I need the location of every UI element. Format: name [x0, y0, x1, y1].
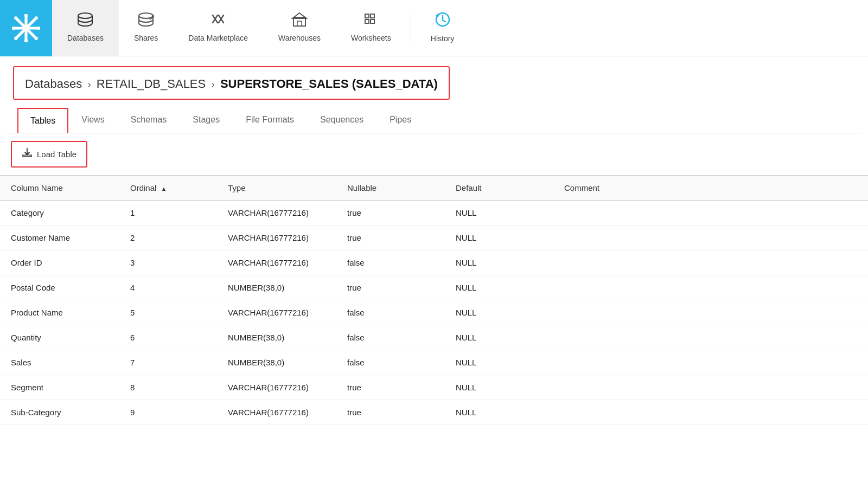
cell-row5-col2: NUMBER(38,0) [217, 325, 336, 350]
cell-row7-col3: true [336, 375, 445, 400]
svg-point-12 [14, 36, 17, 40]
breadcrumb: Databases › RETAIL_DB_SALES › SUPERSTORE… [13, 66, 450, 100]
nav-item-databases[interactable]: Databases [52, 0, 119, 56]
databases-icon [77, 12, 93, 29]
cell-row6-col0: Sales [0, 350, 119, 375]
nav-shares-label: Shares [134, 34, 158, 42]
cell-row2-col0: Order ID [0, 250, 119, 275]
tab-stages[interactable]: Stages [180, 107, 233, 133]
cell-row1-col3: true [336, 226, 445, 250]
cell-row5-col5 [553, 325, 868, 350]
table-row: Segment8VARCHAR(16777216)trueNULL [0, 375, 868, 400]
shares-icon [138, 12, 154, 29]
cell-row8-col1: 9 [119, 400, 217, 425]
cell-row7-col0: Segment [0, 375, 119, 400]
tab-sequences[interactable]: Sequences [307, 107, 376, 133]
cell-row0-col2: VARCHAR(16777216) [217, 201, 336, 226]
tab-tables[interactable]: Tables [17, 108, 68, 133]
cell-row2-col4: NULL [445, 250, 553, 275]
cell-row1-col1: 2 [119, 226, 217, 250]
cell-row0-col0: Category [0, 201, 119, 226]
cell-row2-col2: VARCHAR(16777216) [217, 250, 336, 275]
cell-row5-col0: Quantity [0, 325, 119, 350]
cell-row4-col4: NULL [445, 300, 553, 325]
svg-rect-23 [371, 20, 374, 23]
tab-views[interactable]: Views [68, 107, 117, 133]
load-table-button[interactable]: Load Table [11, 141, 87, 168]
cell-row0-col1: 1 [119, 201, 217, 226]
table-row: Order ID3VARCHAR(16777216)falseNULL [0, 250, 868, 275]
cell-row6-col2: NUMBER(38,0) [217, 350, 336, 375]
breadcrumb-current[interactable]: SUPERSTORE_SALES (SALES_DATA) [220, 77, 438, 91]
cell-row4-col0: Product Name [0, 300, 119, 325]
table-row: Quantity6NUMBER(38,0)falseNULL [0, 325, 868, 350]
cell-row1-col5 [553, 226, 868, 250]
svg-point-10 [35, 36, 38, 40]
cell-row3-col1: 4 [119, 275, 217, 300]
nav-item-shares[interactable]: Shares [119, 0, 173, 56]
ordinal-sort-arrow: ▲ [161, 185, 167, 192]
th-type: Type [217, 176, 336, 201]
table-row: Category1VARCHAR(16777216)trueNULL [0, 201, 868, 226]
cell-row8-col5 [553, 400, 868, 425]
cell-row0-col3: true [336, 201, 445, 226]
nav-databases-label: Databases [67, 34, 104, 42]
tab-file-formats[interactable]: File Formats [233, 107, 307, 133]
tabs-wrapper: Tables Views Schemas Stages File Formats… [0, 107, 868, 133]
table-row: Product Name5VARCHAR(16777216)falseNULL [0, 300, 868, 325]
nav-items: Databases Shares Data Marketplace Wareho… [52, 0, 469, 56]
nav-divider [411, 12, 411, 44]
breadcrumb-sep-1: › [87, 78, 91, 91]
warehouses-icon [291, 12, 308, 29]
cell-row2-col3: false [336, 250, 445, 275]
cell-row5-col4: NULL [445, 325, 553, 350]
tab-schemas[interactable]: Schemas [118, 107, 180, 133]
cell-row5-col3: false [336, 325, 445, 350]
th-nullable: Nullable [336, 176, 445, 201]
tabs-bar: Tables Views Schemas Stages File Formats… [7, 107, 861, 133]
cell-row2-col1: 3 [119, 250, 217, 275]
nav-item-warehouses[interactable]: Warehouses [263, 0, 336, 56]
cell-row0-col4: NULL [445, 201, 553, 226]
svg-rect-22 [365, 20, 369, 23]
cell-row7-col1: 8 [119, 375, 217, 400]
svg-point-9 [14, 16, 17, 20]
cell-row1-col2: VARCHAR(16777216) [217, 226, 336, 250]
cell-row4-col5 [553, 300, 868, 325]
cell-row3-col4: NULL [445, 275, 553, 300]
cell-row1-col0: Customer Name [0, 226, 119, 250]
breadcrumb-databases[interactable]: Databases [25, 77, 82, 91]
nav-item-history[interactable]: History [416, 0, 470, 56]
table-row: Sales7NUMBER(38,0)falseNULL [0, 350, 868, 375]
table-row: Customer Name2VARCHAR(16777216)trueNULL [0, 226, 868, 250]
worksheets-icon [363, 12, 379, 29]
cell-row6-col4: NULL [445, 350, 553, 375]
cell-row0-col5 [553, 201, 868, 226]
cell-row2-col5 [553, 250, 868, 275]
nav-item-worksheets[interactable]: Worksheets [336, 0, 406, 56]
th-ordinal[interactable]: Ordinal ▲ [119, 176, 217, 201]
th-default: Default [445, 176, 553, 201]
nav-item-data-marketplace[interactable]: Data Marketplace [173, 0, 263, 56]
cell-row4-col3: false [336, 300, 445, 325]
cell-row1-col4: NULL [445, 226, 553, 250]
nav-marketplace-label: Data Marketplace [188, 34, 248, 42]
cell-row7-col5 [553, 375, 868, 400]
cell-row7-col2: VARCHAR(16777216) [217, 375, 336, 400]
load-table-icon [22, 147, 33, 161]
breadcrumb-retail-db[interactable]: RETAIL_DB_SALES [97, 77, 206, 91]
table-header-row: Column Name Ordinal ▲ Type Nullable Defa… [0, 176, 868, 201]
svg-point-14 [139, 13, 153, 18]
tab-pipes[interactable]: Pipes [376, 107, 424, 133]
svg-rect-19 [297, 21, 302, 26]
cell-row6-col3: false [336, 350, 445, 375]
cell-row8-col4: NULL [445, 400, 553, 425]
snowflake-logo[interactable] [0, 0, 52, 56]
cell-row8-col3: true [336, 400, 445, 425]
cell-row4-col2: VARCHAR(16777216) [217, 300, 336, 325]
data-table-container: Column Name Ordinal ▲ Type Nullable Defa… [0, 175, 868, 425]
cell-row3-col3: true [336, 275, 445, 300]
load-table-label: Load Table [37, 150, 76, 159]
nav-warehouses-label: Warehouses [278, 34, 321, 42]
th-comment: Comment [553, 176, 868, 201]
